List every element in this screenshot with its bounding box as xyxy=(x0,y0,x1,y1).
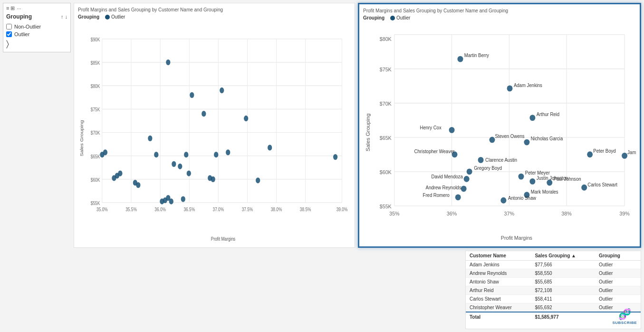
rlabel-antonio-shaw: Antonio Shaw xyxy=(508,195,537,201)
right-chart-svg-wrapper: Sales Grouping Profit Margins xyxy=(363,22,636,243)
cell-name: Antonio Shaw xyxy=(466,278,531,286)
scrollbar-header xyxy=(633,251,641,261)
sort-icon: ▲ xyxy=(571,253,576,258)
table-row: Antonio Shaw $55,685 Outlier xyxy=(466,278,641,286)
rlabel-adam-jenkins: Adam Jenkins xyxy=(514,83,542,88)
table-body: Adam Jenkins $77,566 Outlier Andrew Reyn… xyxy=(466,261,641,312)
cell-name: Arthur Reid xyxy=(466,286,531,295)
dot-19 xyxy=(184,152,188,157)
svg-text:38%: 38% xyxy=(561,211,572,216)
dot-adam-jenkins xyxy=(220,88,224,93)
rdot-fred-romero xyxy=(455,194,461,200)
bottom-row: Customer Name Sales Grouping ▲ Grouping … xyxy=(74,251,641,329)
cell-sales: $77,566 xyxy=(531,261,595,269)
svg-text:$80K: $80K xyxy=(91,83,100,89)
table-row: Arthur Reid $72,108 Outlier xyxy=(466,286,641,295)
filter-title: Grouping xyxy=(6,13,32,20)
rdot-arthur-reid xyxy=(529,115,535,121)
cell-sales: $58,550 xyxy=(531,269,595,278)
rlabel-clarence-austin: Clarence Austin xyxy=(485,157,517,163)
dot-11 xyxy=(154,152,158,157)
non-outlier-checkbox[interactable] xyxy=(6,24,12,29)
svg-text:$80K: $80K xyxy=(380,36,392,41)
rdot-david-mendoza xyxy=(464,176,470,182)
svg-text:$70K: $70K xyxy=(380,101,392,107)
rlabel-martin-berry: Martin Berry xyxy=(464,53,489,58)
svg-text:Profit Margins: Profit Margins xyxy=(211,236,235,242)
cell-grouping: Outlier xyxy=(595,269,633,278)
left-legend-dot xyxy=(105,15,110,20)
svg-text:39.0%: 39.0% xyxy=(336,206,348,212)
rlabel-david-mendoza: David Mendoza xyxy=(432,174,463,179)
cell-sales: $72,108 xyxy=(531,286,595,295)
cell-scroll xyxy=(633,269,641,278)
cell-grouping: Outlier xyxy=(595,278,633,286)
cursor-pointer-icon: 〉 xyxy=(6,38,67,50)
rlabel-mark-morales: Mark Morales xyxy=(531,189,558,195)
rdot-steven-owens xyxy=(489,137,495,143)
svg-text:35%: 35% xyxy=(389,211,400,216)
rdot-andrew-reynolds xyxy=(461,186,467,192)
rdot-gregory-boyd xyxy=(467,168,472,175)
rdot-justin-johnston xyxy=(529,178,535,185)
rlabel-gregory-boyd: Gregory Boyd xyxy=(474,166,502,171)
left-panel: ≡ ⊞ ··· Grouping ↑ ↓ Non-Outlier Outlier… xyxy=(0,0,74,332)
rlabel-carlos-stewart: Carlos Stewart xyxy=(587,182,617,187)
dot-20 xyxy=(187,170,191,176)
svg-text:$65K: $65K xyxy=(91,153,100,159)
outlier-option[interactable]: Outlier xyxy=(6,30,67,38)
rdot-clarence-austin xyxy=(478,157,484,163)
svg-text:38.0%: 38.0% xyxy=(271,206,282,212)
left-chart-svg-wrapper: Sales Grouping Profit Margins xyxy=(78,21,351,244)
right-legend-dot xyxy=(390,16,395,20)
cell-name: Andrew Reynolds xyxy=(466,269,531,278)
col-sales-grouping: Sales Grouping ▲ xyxy=(531,251,595,261)
dot-10 xyxy=(148,136,152,141)
charts-row: Profit Margins and Sales Grouping by Cus… xyxy=(74,3,641,248)
dot-17 xyxy=(178,164,182,169)
svg-text:37%: 37% xyxy=(504,211,515,216)
outlier-checkbox[interactable] xyxy=(6,31,12,37)
table-row: Adam Jenkins $77,566 Outlier xyxy=(466,261,641,269)
left-legend-group: Grouping xyxy=(78,14,99,20)
table-row: Carlos Stewart $58,411 Outlier xyxy=(466,295,641,303)
rlabel-steven-owens: Steven Owens xyxy=(495,134,524,139)
svg-text:36%: 36% xyxy=(447,211,457,216)
cell-name: Carlos Stewart xyxy=(466,295,531,303)
rlabel-nicholas-garcia: Nicholas Garcia xyxy=(531,136,563,141)
cell-scroll xyxy=(633,261,641,269)
rlabel-fred-romero: Fred Romero xyxy=(423,192,450,197)
left-chart-svg: Sales Grouping Profit Margins xyxy=(78,21,351,244)
non-outlier-option[interactable]: Non-Outlier xyxy=(6,23,67,30)
svg-text:$55K: $55K xyxy=(380,204,392,209)
dot-25 xyxy=(256,177,260,183)
cell-grouping: Outlier xyxy=(595,286,633,295)
svg-text:38.5%: 38.5% xyxy=(300,206,311,212)
left-chart-container: Profit Margins and Sales Grouping by Cus… xyxy=(74,3,355,248)
cell-scroll xyxy=(633,295,641,303)
rdot-paul-johnson xyxy=(547,180,552,186)
right-legend-outlier-label: Outlier xyxy=(396,15,410,20)
right-chart-title: Profit Margins and Sales Grouping by Cus… xyxy=(363,8,636,13)
cell-grouping: Outlier xyxy=(595,261,633,269)
col-grouping: Grouping xyxy=(595,251,633,261)
dot-27 xyxy=(333,154,337,160)
dot-7 xyxy=(118,170,122,176)
svg-text:$85K: $85K xyxy=(91,60,100,66)
filter-card-more[interactable]: ··· xyxy=(17,6,21,11)
left-legend-outlier-label: Outlier xyxy=(111,14,125,20)
dot-9 xyxy=(136,182,140,188)
subscribe-icon: 🧬 xyxy=(618,308,631,321)
sort-arrows[interactable]: ↑ ↓ xyxy=(61,14,67,20)
dot-22 xyxy=(211,176,215,182)
filter-card-header: ≡ ⊞ ··· xyxy=(6,5,67,11)
svg-text:Sales Grouping: Sales Grouping xyxy=(79,120,84,156)
svg-text:36.5%: 36.5% xyxy=(183,206,195,212)
rlabel-peter-boyd: Peter Boyd xyxy=(593,148,615,154)
filter-icon: ≡ ⊞ xyxy=(6,5,15,11)
right-chart-legend: Grouping Outlier xyxy=(363,15,636,20)
subscribe-button[interactable]: 🧬 SUBSCRIBE xyxy=(612,308,637,325)
cell-sales: $65,692 xyxy=(531,303,595,312)
cell-sales: $55,685 xyxy=(531,278,595,286)
total-value: $1,585,977 xyxy=(531,312,595,322)
